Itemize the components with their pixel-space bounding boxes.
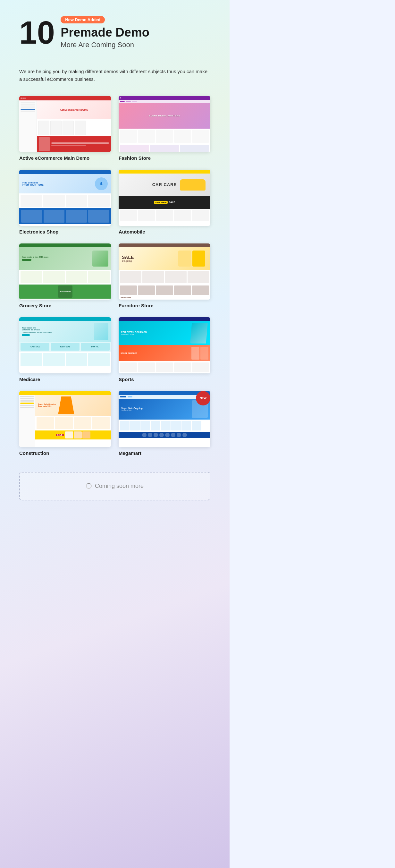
demo-thumb-medicare[interactable]: Your Needs are Different. So are we Orde… [19, 317, 111, 373]
hero-title: Premade Demo [61, 26, 150, 39]
demo-item-grocery: Your needs in just ONE place Unbelievabl… [19, 244, 111, 308]
demo-label-electronics: Electronics Shop [19, 229, 111, 235]
demo-thumb-sports[interactable]: FOR EVERY OCCASION RUN WALK PLAY SCORE P… [119, 317, 210, 373]
demo-thumb-construction[interactable]: Super Sale Ongoing Save upto 50% [19, 391, 111, 447]
hero-section: 10 New Demo Added Premade Demo More Are … [0, 0, 230, 61]
demo-thumb-automobile[interactable]: CAR CARE BLACK FRIDAY SALE [119, 170, 210, 226]
demo-item-megamart: NEW Super Sale Ongoing Saivingup50% [119, 391, 210, 456]
demo-grid: ActiveeCommerceCMS [0, 86, 230, 465]
demo-item-construction: Super Sale Ongoing Save upto 50% [19, 391, 111, 456]
demo-item-medicare: Your Needs are Different. So are we Orde… [19, 317, 111, 382]
demo-label-megamart: Megamart [119, 451, 210, 456]
demo-item-furniture: SALE On-going [119, 244, 210, 308]
demo-item-sports: FOR EVERY OCCASION RUN WALK PLAY SCORE P… [119, 317, 210, 382]
demo-label-automobile: Automobile [119, 229, 210, 235]
demo-thumb-fashion[interactable]: EVERY DETAIL MATTERS [119, 96, 210, 152]
hero-right: New Demo Added Premade Demo More Are Com… [61, 16, 150, 49]
demo-item-automobile: CAR CARE BLACK FRIDAY SALE Automobile [119, 170, 210, 235]
hero-number: 10 [19, 17, 55, 49]
demo-label-active: Active eCommerce Main Demo [19, 155, 111, 161]
demo-label-sports: Sports [119, 377, 210, 382]
coming-soon-text: Coming soon more [95, 483, 144, 490]
coming-soon-box: Coming soon more [19, 472, 210, 500]
demo-label-medicare: Medicare [19, 377, 111, 382]
demo-thumb-megamart[interactable]: NEW Super Sale Ongoing Saivingup50% [119, 391, 210, 447]
hero-subtitle: More Are Coming Soon [61, 41, 150, 49]
demo-item-fashion: EVERY DETAIL MATTERS Fashion Store [119, 96, 210, 161]
spinner-icon [86, 483, 92, 489]
demo-thumb-active[interactable]: ActiveeCommerceCMS [19, 96, 111, 152]
demo-label-furniture: Furniture Store [119, 303, 210, 308]
new-badge-megamart: NEW [196, 391, 210, 405]
demo-item-electronics: Find Solutions FROM YOUR HOME 👤 [19, 170, 111, 235]
demo-thumb-grocery[interactable]: Your needs in just ONE place Unbelievabl… [19, 244, 111, 300]
new-demo-badge: New Demo Added [61, 16, 105, 23]
demo-thumb-electronics[interactable]: Find Solutions FROM YOUR HOME 👤 [19, 170, 111, 226]
demo-thumb-furniture[interactable]: SALE On-going [119, 244, 210, 300]
hero-description: We are helping you by making different d… [0, 61, 230, 86]
hero-badge-row: 10 New Demo Added Premade Demo More Are … [19, 16, 210, 49]
demo-label-grocery: Grocery Store [19, 303, 111, 308]
demo-label-fashion: Fashion Store [119, 155, 210, 161]
demo-label-construction: Construction [19, 451, 111, 456]
page-wrapper: 10 New Demo Added Premade Demo More Are … [0, 0, 230, 868]
demo-item-active: ActiveeCommerceCMS [19, 96, 111, 161]
